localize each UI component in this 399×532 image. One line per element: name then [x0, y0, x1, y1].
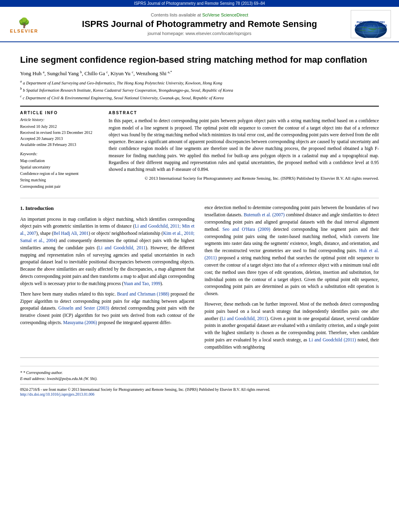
affiliation-a: a a Department of Land Surveying and Geo…: [20, 79, 379, 85]
history-item-2: Accepted 20 January 2013: [20, 136, 101, 142]
copyright-text: © 2013 International Society for Photogr…: [109, 175, 379, 181]
email-note: E-mail address: lswzshi@polyu.edu.hk (W.…: [20, 376, 379, 381]
keyword-3: String matching: [20, 177, 101, 183]
elsevier-tree-icon: 🌳: [18, 17, 30, 29]
paper-title: Line segment confidence region-based str…: [20, 54, 379, 66]
affiliation-b: b b Spatial Information Research Institu…: [20, 86, 379, 92]
elsevier-logo-area: 🌳 ELSEVIER: [4, 17, 48, 31]
issn-line: 0924-2716/$ - see front matter © 2013 In…: [20, 388, 379, 392]
footer-divider: [20, 357, 379, 358]
journal-homepage: journal homepage: www.elsevier.com/locat…: [52, 31, 347, 36]
body-content: 1. Introduction An important process in …: [20, 198, 379, 354]
footer-divider2: [20, 384, 379, 384]
article-info-col: ARTICLE INFO Article history: Received 1…: [20, 111, 101, 190]
journal-citation: ISPRS Journal of Photogrammetry and Remo…: [134, 1, 265, 6]
doi-line: http://dx.doi.org/10.1016/j.isprsjprs.20…: [20, 392, 379, 396]
abstract-text: In this paper, a method to detect corres…: [109, 117, 379, 173]
keyword-2: Confidence region of a line segment: [20, 170, 101, 177]
keyword-0: Map conflation: [20, 158, 101, 164]
keyword-4: Corresponding point pair: [20, 183, 101, 190]
journal-header-center: Contents lists available at SciVerse Sci…: [48, 12, 351, 36]
contents-text: Contents lists available at: [151, 12, 202, 17]
body-two-col: 1. Introduction An important process in …: [20, 204, 379, 354]
body-col-right: ence detection method to determine corre…: [205, 204, 379, 354]
intro-heading: 1. Introduction: [20, 204, 195, 212]
intro-col2-para1: ence detection method to determine corre…: [205, 204, 379, 298]
history-item-1: Received in revised form 23 December 201…: [20, 129, 101, 136]
journal-logo-box: PHOTOGRAMMETRYAND REMOTE SENSING: [351, 10, 391, 38]
affiliation-c: c c Department of Civil & Environmental …: [20, 94, 379, 100]
logo-top-text: PHOTOGRAMMETRYAND REMOTE SENSING: [354, 20, 388, 29]
journal-title: ISPRS Journal of Photogrammetry and Remo…: [52, 19, 347, 29]
keyword-1: Spatial uncertainty: [20, 164, 101, 170]
intro-para1: An important process in map conflation i…: [20, 216, 195, 288]
doi-link[interactable]: http://dx.doi.org/10.1016/j.isprsjprs.20…: [20, 392, 95, 396]
intro-para2: There have been many studies related to …: [20, 291, 195, 327]
journal-logo-area: PHOTOGRAMMETRYAND REMOTE SENSING: [351, 10, 395, 38]
corresponding-author-note: * * Corresponding author.: [20, 370, 379, 375]
abstract-label: ABSTRACT: [109, 111, 379, 115]
history-item-3: Available online 28 February 2013: [20, 142, 101, 148]
authors-line: Yong Huh a, Sungchul Yang b, Chillo Ga c…: [20, 70, 379, 77]
article-info-abstract-section: ARTICLE INFO Article history: Received 1…: [20, 106, 379, 190]
footer: * * Corresponding author. E-mail address…: [20, 366, 379, 396]
history-label: Article history:: [20, 117, 101, 122]
elsevier-brand: ELSEVIER: [10, 29, 38, 33]
article-info-label: ARTICLE INFO: [20, 111, 101, 115]
history-item-0: Received 10 July 2012: [20, 123, 101, 129]
journal-header: 🌳 ELSEVIER Contents lists available at S…: [0, 7, 399, 42]
keywords-label: Keywords:: [20, 152, 101, 156]
sciverse-link[interactable]: SciVerse ScienceDirect: [202, 12, 248, 17]
body-col-left: 1. Introduction An important process in …: [20, 204, 195, 354]
intro-col2-para2: However, these methods can be further im…: [205, 301, 379, 351]
contents-line: Contents lists available at SciVerse Sci…: [52, 12, 347, 17]
abstract-col: ABSTRACT In this paper, a method to dete…: [109, 111, 379, 190]
top-bar: ISPRS Journal of Photogrammetry and Remo…: [0, 0, 399, 7]
main-content: Line segment confidence region-based str…: [0, 42, 399, 403]
authors-text: Yong Huh a, Sungchul Yang b, Chillo Ga c…: [20, 70, 172, 76]
